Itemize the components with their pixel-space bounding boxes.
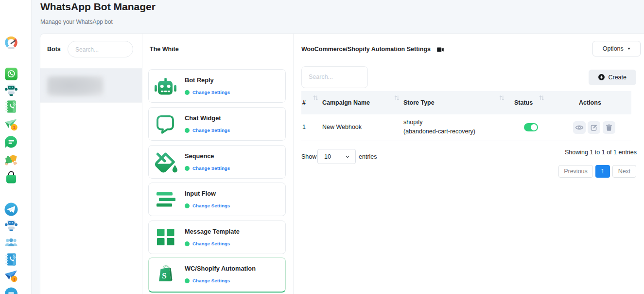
- svg-text:!: !: [13, 276, 15, 282]
- svg-text:1: 1: [13, 125, 16, 130]
- svg-text:S: S: [162, 271, 166, 280]
